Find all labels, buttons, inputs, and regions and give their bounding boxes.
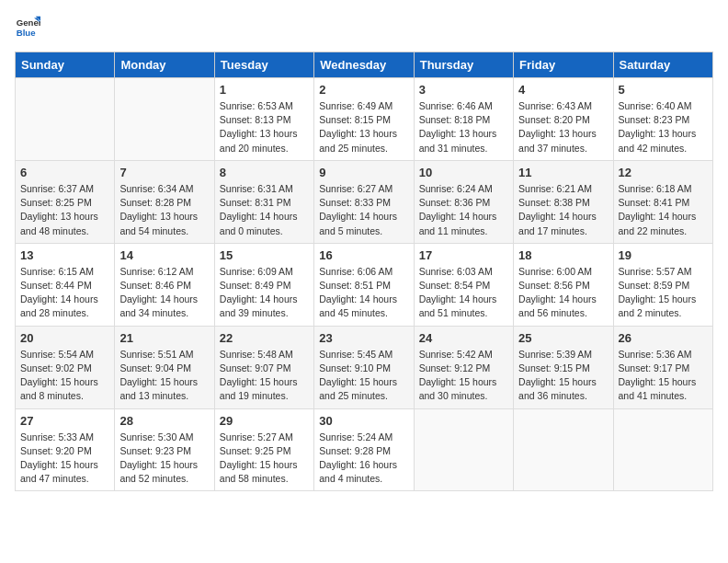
calendar-day-cell: 21Sunrise: 5:51 AMSunset: 9:04 PMDayligh… xyxy=(115,326,214,408)
calendar-day-cell xyxy=(414,408,513,491)
calendar-week-row: 1Sunrise: 6:53 AMSunset: 8:13 PMDaylight… xyxy=(16,78,713,161)
day-number: 14 xyxy=(119,248,209,262)
day-info: Sunrise: 5:39 AMSunset: 9:15 PMDaylight:… xyxy=(518,348,608,404)
day-info: Sunrise: 6:00 AMSunset: 8:56 PMDaylight:… xyxy=(518,265,608,321)
day-number: 30 xyxy=(319,414,408,428)
day-number: 15 xyxy=(220,248,309,262)
calendar-day-cell: 28Sunrise: 5:30 AMSunset: 9:23 PMDayligh… xyxy=(115,408,214,491)
day-number: 11 xyxy=(518,166,608,179)
weekday-header-thursday: Thursday xyxy=(414,52,513,78)
day-number: 7 xyxy=(119,166,209,179)
day-info: Sunrise: 6:43 AMSunset: 8:20 PMDaylight:… xyxy=(518,99,608,155)
calendar-day-cell: 3Sunrise: 6:46 AMSunset: 8:18 PMDaylight… xyxy=(414,78,513,161)
page-header: General Blue xyxy=(15,15,713,40)
calendar-day-cell: 11Sunrise: 6:21 AMSunset: 8:38 PMDayligh… xyxy=(514,160,613,243)
calendar-day-cell: 7Sunrise: 6:34 AMSunset: 8:28 PMDaylight… xyxy=(115,160,214,243)
calendar-day-cell xyxy=(115,78,214,161)
calendar-week-row: 27Sunrise: 5:33 AMSunset: 9:20 PMDayligh… xyxy=(16,408,713,491)
day-info: Sunrise: 5:57 AMSunset: 8:59 PMDaylight:… xyxy=(619,265,708,321)
calendar-day-cell: 18Sunrise: 6:00 AMSunset: 8:56 PMDayligh… xyxy=(514,243,613,326)
calendar-day-cell: 26Sunrise: 5:36 AMSunset: 9:17 PMDayligh… xyxy=(613,326,712,408)
day-info: Sunrise: 6:27 AMSunset: 8:33 PMDaylight:… xyxy=(319,182,408,238)
day-info: Sunrise: 5:48 AMSunset: 9:07 PMDaylight:… xyxy=(220,348,309,404)
calendar-day-cell: 4Sunrise: 6:43 AMSunset: 8:20 PMDaylight… xyxy=(514,78,613,161)
calendar-day-cell: 8Sunrise: 6:31 AMSunset: 8:31 PMDaylight… xyxy=(214,160,313,243)
calendar-day-cell: 29Sunrise: 5:27 AMSunset: 9:25 PMDayligh… xyxy=(214,408,313,491)
day-info: Sunrise: 5:27 AMSunset: 9:25 PMDaylight:… xyxy=(220,431,309,487)
logo-icon: General Blue xyxy=(15,15,40,40)
calendar-body: 1Sunrise: 6:53 AMSunset: 8:13 PMDaylight… xyxy=(16,78,713,491)
day-number: 28 xyxy=(119,414,209,428)
day-info: Sunrise: 6:12 AMSunset: 8:46 PMDaylight:… xyxy=(119,265,209,321)
day-info: Sunrise: 6:37 AMSunset: 8:25 PMDaylight:… xyxy=(20,182,109,238)
day-info: Sunrise: 6:18 AMSunset: 8:41 PMDaylight:… xyxy=(619,182,708,238)
day-info: Sunrise: 6:06 AMSunset: 8:51 PMDaylight:… xyxy=(319,265,408,321)
day-info: Sunrise: 6:24 AMSunset: 8:36 PMDaylight:… xyxy=(419,182,508,238)
day-info: Sunrise: 6:31 AMSunset: 8:31 PMDaylight:… xyxy=(220,182,309,238)
day-number: 2 xyxy=(319,83,408,97)
calendar-day-cell xyxy=(514,408,613,491)
day-info: Sunrise: 5:24 AMSunset: 9:28 PMDaylight:… xyxy=(319,431,408,487)
weekday-header-tuesday: Tuesday xyxy=(214,52,313,78)
weekday-header-monday: Monday xyxy=(115,52,214,78)
day-number: 18 xyxy=(518,248,608,262)
day-number: 23 xyxy=(319,331,408,345)
day-number: 17 xyxy=(419,248,508,262)
calendar-day-cell: 22Sunrise: 5:48 AMSunset: 9:07 PMDayligh… xyxy=(214,326,313,408)
calendar-day-cell: 9Sunrise: 6:27 AMSunset: 8:33 PMDaylight… xyxy=(314,160,414,243)
calendar-day-cell: 15Sunrise: 6:09 AMSunset: 8:49 PMDayligh… xyxy=(214,243,313,326)
calendar-day-cell: 19Sunrise: 5:57 AMSunset: 8:59 PMDayligh… xyxy=(613,243,712,326)
day-info: Sunrise: 5:54 AMSunset: 9:02 PMDaylight:… xyxy=(20,348,109,404)
day-info: Sunrise: 6:03 AMSunset: 8:54 PMDaylight:… xyxy=(419,265,508,321)
day-info: Sunrise: 6:49 AMSunset: 8:15 PMDaylight:… xyxy=(319,99,408,155)
weekday-header-friday: Friday xyxy=(514,52,613,78)
calendar-day-cell: 6Sunrise: 6:37 AMSunset: 8:25 PMDaylight… xyxy=(16,160,115,243)
calendar-week-row: 13Sunrise: 6:15 AMSunset: 8:44 PMDayligh… xyxy=(16,243,713,326)
day-number: 21 xyxy=(119,331,209,345)
day-number: 22 xyxy=(220,331,309,345)
day-info: Sunrise: 5:33 AMSunset: 9:20 PMDaylight:… xyxy=(20,431,109,487)
calendar-day-cell: 17Sunrise: 6:03 AMSunset: 8:54 PMDayligh… xyxy=(414,243,513,326)
calendar-day-cell: 10Sunrise: 6:24 AMSunset: 8:36 PMDayligh… xyxy=(414,160,513,243)
calendar-day-cell: 20Sunrise: 5:54 AMSunset: 9:02 PMDayligh… xyxy=(16,326,115,408)
day-info: Sunrise: 6:09 AMSunset: 8:49 PMDaylight:… xyxy=(220,265,309,321)
day-number: 29 xyxy=(220,414,309,428)
day-info: Sunrise: 5:42 AMSunset: 9:12 PMDaylight:… xyxy=(419,348,508,404)
weekday-header-sunday: Sunday xyxy=(16,52,115,78)
day-number: 6 xyxy=(20,166,109,179)
day-info: Sunrise: 6:15 AMSunset: 8:44 PMDaylight:… xyxy=(20,265,109,321)
logo: General Blue xyxy=(15,15,40,40)
day-info: Sunrise: 6:53 AMSunset: 8:13 PMDaylight:… xyxy=(220,99,309,155)
calendar-day-cell: 13Sunrise: 6:15 AMSunset: 8:44 PMDayligh… xyxy=(16,243,115,326)
calendar-day-cell: 25Sunrise: 5:39 AMSunset: 9:15 PMDayligh… xyxy=(514,326,613,408)
calendar-day-cell: 27Sunrise: 5:33 AMSunset: 9:20 PMDayligh… xyxy=(16,408,115,491)
day-number: 20 xyxy=(20,331,109,345)
weekday-header-row: SundayMondayTuesdayWednesdayThursdayFrid… xyxy=(16,52,713,78)
day-number: 1 xyxy=(220,83,309,97)
calendar-header: SundayMondayTuesdayWednesdayThursdayFrid… xyxy=(16,52,713,78)
calendar-week-row: 6Sunrise: 6:37 AMSunset: 8:25 PMDaylight… xyxy=(16,160,713,243)
day-number: 4 xyxy=(518,83,608,97)
calendar-day-cell: 12Sunrise: 6:18 AMSunset: 8:41 PMDayligh… xyxy=(613,160,712,243)
day-number: 3 xyxy=(419,83,508,97)
calendar-day-cell: 24Sunrise: 5:42 AMSunset: 9:12 PMDayligh… xyxy=(414,326,513,408)
day-number: 24 xyxy=(419,331,508,345)
day-info: Sunrise: 6:40 AMSunset: 8:23 PMDaylight:… xyxy=(619,99,708,155)
day-number: 26 xyxy=(619,331,708,345)
calendar-day-cell: 5Sunrise: 6:40 AMSunset: 8:23 PMDaylight… xyxy=(613,78,712,161)
day-info: Sunrise: 5:51 AMSunset: 9:04 PMDaylight:… xyxy=(119,348,209,404)
calendar-day-cell: 23Sunrise: 5:45 AMSunset: 9:10 PMDayligh… xyxy=(314,326,414,408)
svg-text:Blue: Blue xyxy=(17,28,36,38)
day-info: Sunrise: 5:30 AMSunset: 9:23 PMDaylight:… xyxy=(119,431,209,487)
weekday-header-wednesday: Wednesday xyxy=(314,52,414,78)
day-info: Sunrise: 6:46 AMSunset: 8:18 PMDaylight:… xyxy=(419,99,508,155)
calendar-day-cell: 14Sunrise: 6:12 AMSunset: 8:46 PMDayligh… xyxy=(115,243,214,326)
day-info: Sunrise: 6:34 AMSunset: 8:28 PMDaylight:… xyxy=(119,182,209,238)
day-number: 13 xyxy=(20,248,109,262)
day-number: 27 xyxy=(20,414,109,428)
calendar-day-cell: 1Sunrise: 6:53 AMSunset: 8:13 PMDaylight… xyxy=(214,78,313,161)
calendar-day-cell: 2Sunrise: 6:49 AMSunset: 8:15 PMDaylight… xyxy=(314,78,414,161)
weekday-header-saturday: Saturday xyxy=(613,52,712,78)
calendar-week-row: 20Sunrise: 5:54 AMSunset: 9:02 PMDayligh… xyxy=(16,326,713,408)
day-number: 10 xyxy=(419,166,508,179)
